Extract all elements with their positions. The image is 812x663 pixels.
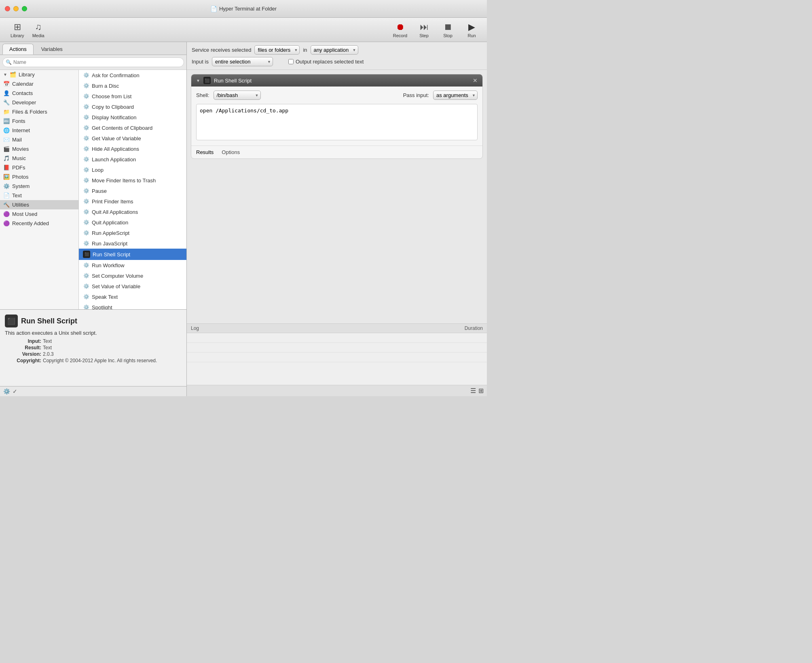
action-spotlight-label: Spotlight xyxy=(92,304,112,310)
action-speak-text-icon: ⚙️ xyxy=(83,293,89,300)
step-button[interactable]: ⏭ Step xyxy=(413,20,435,40)
action-set-volume-icon: ⚙️ xyxy=(83,272,89,279)
maximize-button[interactable] xyxy=(22,6,27,11)
window-title-text: Hyper Terminal at Folder xyxy=(219,6,277,12)
library-label: Library xyxy=(11,33,24,38)
results-tab[interactable]: Results xyxy=(196,148,214,156)
close-button[interactable] xyxy=(5,6,10,11)
collapse-button[interactable]: ▼ xyxy=(196,78,200,83)
options-tab[interactable]: Options xyxy=(222,148,240,156)
sidebar-contacts-icon: 👤 xyxy=(3,90,10,96)
action-get-clipboard-icon: ⚙️ xyxy=(83,125,89,131)
sidebar-pdfs-icon: 📕 xyxy=(3,165,10,171)
close-card-button[interactable]: ✕ xyxy=(473,77,478,84)
action-item-quit-application[interactable]: ⚙️Quit Application xyxy=(79,217,186,228)
action-item-burn-disc[interactable]: ⚙️Burn a Disc xyxy=(79,80,186,91)
info-input-label: Input: xyxy=(5,338,41,344)
step-icon: ⏭ xyxy=(420,22,429,32)
left-panel: Actions Variables 🔍 ▼ 🗂️ Library 📅Calend… xyxy=(0,42,187,396)
title-bar: 📄 Hyper Terminal at Folder xyxy=(0,0,487,18)
files-select[interactable]: files or folders text images xyxy=(254,45,300,55)
service-receives-label: Service receives selected xyxy=(192,47,251,53)
search-bar: 🔍 xyxy=(0,55,186,70)
action-item-run-applescript[interactable]: ⚙️Run AppleScript xyxy=(79,228,186,238)
sidebar-mail-label: Mail xyxy=(12,137,22,143)
action-item-get-clipboard[interactable]: ⚙️Get Contents of Clipboard xyxy=(79,122,186,133)
pass-select[interactable]: as arguments to stdin xyxy=(433,91,478,100)
sidebar-library[interactable]: ▼ 🗂️ Library xyxy=(0,70,78,79)
action-item-loop[interactable]: ⚙️Loop xyxy=(79,165,186,175)
action-item-get-variable[interactable]: ⚙️Get Value of Variable xyxy=(79,133,186,144)
action-item-quit-all-apps[interactable]: ⚙️Quit All Applications xyxy=(79,207,186,217)
list-view-button[interactable]: ☰ xyxy=(470,387,476,395)
service-in-label: in xyxy=(303,47,307,53)
search-input[interactable] xyxy=(2,57,184,67)
run-button[interactable]: ▶ Run xyxy=(461,20,483,40)
toolbar: ⊞ Library ♫ Media ⏺ Record ⏭ Step ⏹ Stop… xyxy=(0,18,487,42)
sidebar-item-pdfs[interactable]: 📕PDFs xyxy=(0,163,78,172)
input-select[interactable]: entire selection each item separately xyxy=(212,57,273,66)
input-select-wrap: entire selection each item separately xyxy=(212,57,273,66)
action-item-hide-apps[interactable]: ⚙️Hide All Applications xyxy=(79,144,186,154)
sidebar-item-internet[interactable]: 🌐Internet xyxy=(0,126,78,135)
stop-button[interactable]: ⏹ Stop xyxy=(437,20,459,40)
sidebar-item-mail[interactable]: ✉️Mail xyxy=(0,135,78,144)
app-select-wrap: any application Finder Safari xyxy=(311,45,358,55)
sidebar-item-calendar[interactable]: 📅Calendar xyxy=(0,79,78,89)
sidebar-item-utilities[interactable]: 🔨Utilities xyxy=(0,200,78,209)
sidebar-item-music[interactable]: 🎵Music xyxy=(0,154,78,163)
sidebar-item-contacts[interactable]: 👤Contacts xyxy=(0,89,78,98)
action-item-set-variable[interactable]: ⚙️Set Value of Variable xyxy=(79,281,186,291)
action-item-launch-app[interactable]: ⚙️Launch Application xyxy=(79,154,186,165)
action-item-ask-confirmation[interactable]: ⚙️Ask for Confirmation xyxy=(79,70,186,80)
info-input-value: Text xyxy=(43,338,182,344)
action-item-set-volume[interactable]: ⚙️Set Computer Volume xyxy=(79,270,186,281)
step-label: Step xyxy=(419,33,429,38)
sidebar-item-movies[interactable]: 🎬Movies xyxy=(0,144,78,154)
log-label: Log xyxy=(191,325,199,331)
action-set-variable-icon: ⚙️ xyxy=(83,283,89,289)
tab-actions[interactable]: Actions xyxy=(2,44,34,55)
action-item-run-workflow[interactable]: ⚙️Run Workflow xyxy=(79,260,186,270)
media-button[interactable]: ♫ Media xyxy=(29,20,48,40)
action-item-run-shell-script[interactable]: ⬛Run Shell Script xyxy=(79,249,186,260)
action-item-spotlight[interactable]: ⚙️Spotlight xyxy=(79,302,186,309)
sidebar-item-files-folders[interactable]: 📁Files & Folders xyxy=(0,107,78,116)
shell-select[interactable]: /bin/bash /bin/sh /usr/bin/python xyxy=(214,91,261,100)
sidebar-most-used[interactable]: 🟣 Most Used xyxy=(0,209,78,219)
record-button[interactable]: ⏺ Record xyxy=(389,20,411,40)
sidebar-item-photos[interactable]: 🖼️Photos xyxy=(0,172,78,182)
sidebar-item-text[interactable]: 📄Text xyxy=(0,191,78,200)
run-label: Run xyxy=(467,33,476,38)
sidebar-utilities-icon: 🔨 xyxy=(3,202,10,208)
columns-view-button[interactable]: ⊞ xyxy=(478,387,484,395)
action-item-copy-clipboard[interactable]: ⚙️Copy to Clipboard xyxy=(79,101,186,112)
action-item-display-notification[interactable]: ⚙️Display Notification xyxy=(79,112,186,122)
stop-icon: ⏹ xyxy=(444,22,453,32)
action-item-choose-list[interactable]: ⚙️Choose from List xyxy=(79,91,186,101)
action-run-workflow-label: Run Workflow xyxy=(92,262,125,268)
action-item-run-javascript[interactable]: ⚙️Run JavaScript xyxy=(79,238,186,249)
library-button[interactable]: ⊞ Library xyxy=(7,20,27,40)
sidebar-music-label: Music xyxy=(12,155,26,161)
tab-variables[interactable]: Variables xyxy=(34,44,70,55)
action-run-applescript-icon: ⚙️ xyxy=(83,230,89,236)
settings-gear-button[interactable]: ⚙️ xyxy=(3,388,10,395)
action-item-move-trash[interactable]: ⚙️Move Finder Items to Trash xyxy=(79,175,186,186)
output-checkbox[interactable] xyxy=(288,59,294,64)
sidebar-item-system[interactable]: ⚙️System xyxy=(0,182,78,191)
action-item-pause[interactable]: ⚙️Pause xyxy=(79,186,186,196)
minimize-button[interactable] xyxy=(13,6,19,11)
sidebar-recently-added[interactable]: 🟣 Recently Added xyxy=(0,219,78,228)
action-card-title: Run Shell Script xyxy=(214,78,252,84)
window-title: 📄 Hyper Terminal at Folder xyxy=(210,6,277,12)
action-item-speak-text[interactable]: ⚙️Speak Text xyxy=(79,291,186,302)
check-button[interactable]: ✓ xyxy=(13,388,17,395)
sidebar-music-icon: 🎵 xyxy=(3,155,10,161)
app-select[interactable]: any application Finder Safari xyxy=(311,45,358,55)
sidebar-utilities-label: Utilities xyxy=(12,202,29,208)
sidebar-item-fonts[interactable]: 🔤Fonts xyxy=(0,116,78,126)
sidebar-item-developer[interactable]: 🔧Developer xyxy=(0,98,78,107)
action-item-print-finder[interactable]: ⚙️Print Finder Items xyxy=(79,196,186,207)
script-textarea[interactable]: open /Applications/cd_to.app xyxy=(196,104,478,140)
